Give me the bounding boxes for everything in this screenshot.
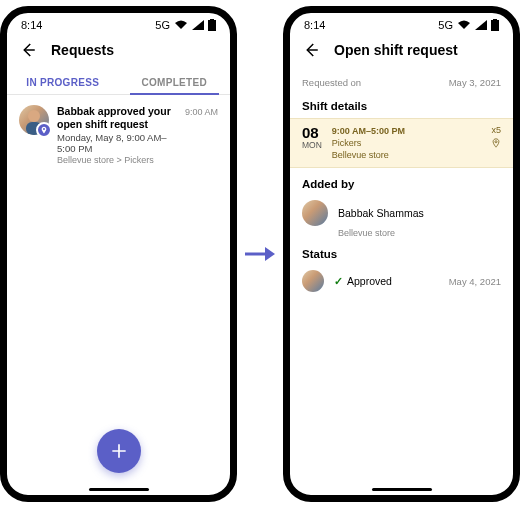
avatar	[302, 200, 328, 226]
shift-dow: MON	[302, 140, 322, 150]
avatar	[302, 270, 324, 292]
battery-icon	[491, 19, 499, 31]
requested-on-label: Requested on	[302, 77, 361, 88]
home-indicator	[89, 488, 149, 491]
network-label: 5G	[438, 19, 453, 31]
fab-new-request[interactable]	[97, 429, 141, 473]
svg-rect-0	[208, 20, 216, 31]
shift-group: Pickers	[332, 137, 481, 149]
back-icon[interactable]	[302, 41, 320, 59]
clock: 8:14	[21, 19, 42, 31]
request-item[interactable]: Babbak approved your open shift request …	[19, 105, 218, 165]
status-header: Status	[290, 238, 513, 264]
requested-on-date: May 3, 2021	[449, 77, 501, 88]
plus-icon	[109, 441, 129, 461]
svg-point-2	[28, 110, 40, 122]
clock: 8:14	[304, 19, 325, 31]
added-by-header: Added by	[290, 168, 513, 194]
tab-completed[interactable]: COMPLETED	[119, 69, 231, 94]
network-label: 5G	[155, 19, 170, 31]
shift-info: 9:00 AM–5:00 PM Pickers Bellevue store	[332, 125, 481, 161]
back-icon[interactable]	[19, 41, 37, 59]
request-title: Babbak approved your open shift request	[57, 105, 177, 131]
shift-side: x5	[491, 125, 501, 161]
wifi-icon	[457, 20, 471, 30]
status-text: ✓ Approved	[334, 275, 439, 287]
request-subtitle: Monday, May 8, 9:00 AM–5:00 PM	[57, 132, 177, 154]
page-title: Open shift request	[334, 42, 458, 58]
avatar-wrap	[19, 105, 49, 135]
check-icon: ✓	[334, 275, 343, 287]
shift-badge-icon	[36, 122, 52, 138]
added-by-row[interactable]: Babbak Shammas	[290, 194, 513, 228]
status-date: May 4, 2021	[449, 276, 501, 287]
signal-icon	[192, 20, 204, 30]
status-row: ✓ Approved May 4, 2021	[290, 264, 513, 298]
shift-location: Bellevue store	[332, 149, 481, 161]
location-icon	[491, 138, 501, 148]
shift-date: 08 MON	[302, 125, 322, 161]
phone-right: 8:14 5G Open shift request Requested on …	[283, 6, 520, 502]
page-title: Requests	[51, 42, 114, 58]
wifi-icon	[174, 20, 188, 30]
request-meta: Bellevue store > Pickers	[57, 155, 177, 165]
status-indicators: 5G	[438, 19, 499, 31]
header: Open shift request	[290, 33, 513, 69]
status-indicators: 5G	[155, 19, 216, 31]
home-indicator	[372, 488, 432, 491]
shift-details-header: Shift details	[290, 90, 513, 116]
shift-time: 9:00 AM–5:00 PM	[332, 125, 481, 137]
request-text: Babbak approved your open shift request …	[57, 105, 177, 165]
svg-point-7	[495, 141, 497, 143]
flow-arrow	[245, 244, 275, 264]
phone-left: 8:14 5G Requests IN PROGRESS COMPLETED	[0, 6, 237, 502]
battery-icon	[208, 19, 216, 31]
shift-count: x5	[491, 125, 501, 135]
status-value: Approved	[347, 275, 392, 287]
svg-rect-1	[210, 19, 214, 20]
shift-day: 08	[302, 125, 322, 140]
header: Requests	[7, 33, 230, 69]
added-by-name: Babbak Shammas	[338, 207, 424, 219]
tab-in-progress[interactable]: IN PROGRESS	[7, 69, 119, 94]
requested-on-row: Requested on May 3, 2021	[290, 69, 513, 90]
tabs: IN PROGRESS COMPLETED	[7, 69, 230, 95]
added-by-meta: Bellevue store	[290, 228, 513, 238]
signal-icon	[475, 20, 487, 30]
svg-rect-6	[493, 19, 497, 20]
shift-card[interactable]: 08 MON 9:00 AM–5:00 PM Pickers Bellevue …	[290, 118, 513, 168]
svg-rect-5	[491, 20, 499, 31]
status-bar: 8:14 5G	[290, 13, 513, 33]
request-time: 9:00 AM	[185, 105, 218, 165]
status-bar: 8:14 5G	[7, 13, 230, 33]
